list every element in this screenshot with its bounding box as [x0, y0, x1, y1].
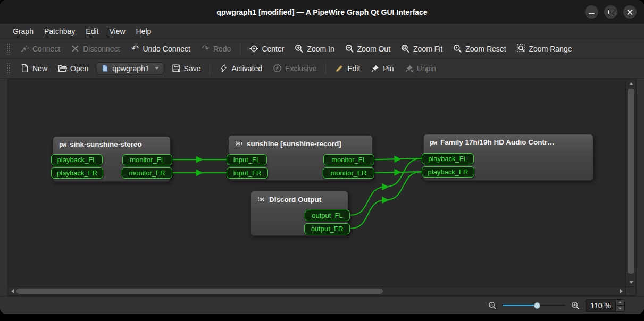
port-input_FR[interactable]: input_FR — [227, 167, 268, 179]
menu-edit[interactable]: Edit — [80, 26, 104, 37]
graph-canvas[interactable]: pw sink-sunshine-stereo playback_FL play… — [8, 79, 625, 286]
zoom-out-button[interactable]: Zoom Out — [340, 42, 396, 55]
new-button[interactable]: New — [15, 62, 53, 75]
disconnect-button[interactable]: Disconnect — [65, 42, 125, 55]
open-folder-icon — [58, 64, 67, 73]
activated-button[interactable]: Activated — [214, 62, 267, 75]
redo-label: Redo — [213, 45, 231, 53]
toolbar-drag-handle[interactable] — [6, 63, 10, 74]
zoom-slider-handle[interactable] — [534, 302, 540, 309]
port-monitor_FR[interactable]: monitor_FR — [323, 167, 374, 179]
open-button[interactable]: Open — [53, 62, 94, 75]
zoom-in-status-icon[interactable] — [571, 301, 580, 310]
scroll-down-button[interactable] — [626, 278, 636, 286]
exclusive-button[interactable]: Exclusive — [267, 62, 322, 75]
graph-view-frame: pw sink-sunshine-stereo playback_FL play… — [7, 79, 637, 296]
port-output_FR[interactable]: output_FR — [304, 223, 350, 234]
pipewire-icon: pw — [59, 140, 66, 148]
activated-label: Activated — [231, 64, 262, 73]
port-playback_FL[interactable]: playback_FL — [51, 154, 103, 165]
arrow-up-icon — [629, 82, 633, 85]
zoom-in-button[interactable]: Zoom In — [289, 42, 339, 55]
menu-help[interactable]: Help — [131, 26, 157, 37]
port-playback_FR[interactable]: playback_FR — [51, 167, 103, 179]
node-family-hd-audio-controller[interactable]: pw Family 17h/19h HD Audio Contr… playba… — [423, 134, 593, 181]
node-title-bar: Discord Output — [251, 191, 348, 207]
arrow-right-icon — [620, 289, 623, 293]
zoom-reset-button[interactable]: Zoom Reset — [448, 42, 511, 55]
redo-button[interactable]: ↷ Redo — [196, 42, 236, 55]
node-title: Discord Output — [269, 196, 321, 204]
vertical-scrollbar-thumb[interactable] — [628, 89, 634, 274]
scroll-left-button[interactable] — [8, 287, 16, 295]
zoom-spin-up-button[interactable] — [616, 300, 624, 306]
exclusive-label: Exclusive — [285, 64, 316, 73]
horizontal-scrollbar-track[interactable] — [16, 287, 617, 295]
horizontal-scrollbar[interactable] — [8, 286, 625, 295]
patchbay-name: qpwgraph1 — [112, 64, 149, 73]
pencil-icon — [335, 64, 344, 73]
menu-graph[interactable]: Graph — [7, 26, 39, 37]
zoom-in-label: Zoom In — [307, 45, 334, 53]
arrow-down-icon — [629, 281, 633, 284]
title-bar[interactable]: qpwgraph1 [modified] — A PipeWire Graph … — [0, 0, 644, 24]
lightning-icon — [219, 64, 228, 73]
menu-view[interactable]: View — [104, 26, 130, 37]
redo-arrow-icon: ↷ — [201, 44, 210, 53]
zoom-spin-down-button[interactable] — [616, 305, 624, 311]
toolbar-separator — [240, 43, 240, 55]
menu-patchbay[interactable]: Patchbay — [39, 26, 80, 37]
zoom-fit-button[interactable]: Zoom Fit — [396, 42, 448, 55]
save-button[interactable]: Save — [166, 62, 206, 75]
pin-label: Pin — [383, 64, 394, 73]
node-sink-sunshine-stereo[interactable]: pw sink-sunshine-stereo playback_FL play… — [53, 136, 171, 182]
zoom-fit-label: Zoom Fit — [413, 45, 442, 53]
port-monitor_FL[interactable]: monitor_FL — [323, 154, 374, 165]
unpin-button[interactable]: Unpin — [399, 62, 442, 75]
maximize-button[interactable] — [604, 5, 617, 19]
patchbay-selector[interactable]: qpwgraph1 — [97, 62, 163, 75]
connect-label: Connect — [32, 45, 60, 53]
zoom-spinbox[interactable]: 110 % — [586, 299, 625, 312]
open-label: Open — [70, 64, 88, 73]
connect-button[interactable]: Connect — [15, 42, 65, 55]
new-label: New — [32, 64, 47, 73]
arrow-down-icon — [618, 307, 622, 309]
port-input_FL[interactable]: input_FL — [227, 154, 267, 165]
node-discord-output[interactable]: Discord Output output_FL output_FR — [250, 191, 348, 236]
menu-bar: Graph Patchbay Edit View Help — [0, 24, 644, 39]
pin-button[interactable]: Pin — [365, 62, 399, 75]
zoom-range-button[interactable]: Zoom Range — [512, 42, 578, 55]
zoom-slider-fill — [503, 305, 537, 306]
port-monitor_FL[interactable]: monitor_FL — [122, 154, 172, 165]
pipewire-icon: pw — [430, 138, 437, 146]
node-title: Family 17h/19h HD Audio Contr… — [440, 138, 555, 146]
zoom-in-icon — [295, 44, 304, 53]
scroll-up-button[interactable] — [626, 79, 636, 88]
close-button[interactable] — [623, 5, 637, 19]
zoom-out-status-icon[interactable] — [488, 301, 497, 310]
vertical-scrollbar-track[interactable] — [626, 88, 636, 278]
unpin-icon — [405, 64, 414, 73]
vertical-scrollbar[interactable] — [625, 79, 636, 286]
port-playback_FL[interactable]: playback_FL — [422, 153, 474, 164]
horizontal-scrollbar-thumb[interactable] — [16, 289, 383, 294]
zoom-out-label: Zoom Out — [357, 45, 390, 53]
node-sunshine-record[interactable]: sunshine [sunshine-record] input_FL inpu… — [228, 135, 373, 181]
node-title: sunshine [sunshine-record] — [247, 140, 341, 148]
center-button[interactable]: Center — [244, 42, 289, 55]
undo-connect-button[interactable]: ↶ Undo Connect — [125, 42, 196, 55]
zoom-fit-icon — [401, 44, 410, 53]
toolbar-drag-handle[interactable] — [6, 43, 10, 55]
zoom-slider[interactable] — [503, 301, 565, 310]
node-title-bar: sunshine [sunshine-record] — [229, 136, 372, 151]
edit-button[interactable]: Edit — [330, 62, 365, 75]
scroll-right-button[interactable] — [617, 287, 625, 295]
port-playback_FR[interactable]: playback_FR — [422, 166, 474, 178]
minimize-button[interactable] — [585, 5, 598, 19]
zoom-value[interactable]: 110 % — [586, 300, 615, 311]
toolbar-separator — [210, 63, 210, 74]
port-monitor_FR[interactable]: monitor_FR — [122, 167, 172, 179]
port-output_FL[interactable]: output_FL — [305, 210, 350, 221]
arrow-up-icon — [618, 301, 622, 303]
